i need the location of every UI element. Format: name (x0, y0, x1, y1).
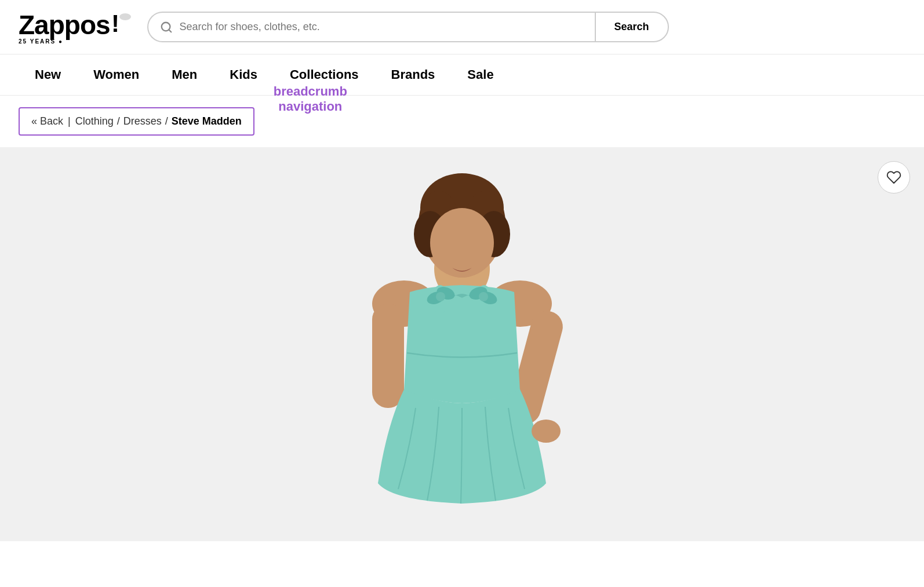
search-button[interactable]: Search (595, 12, 669, 42)
svg-rect-15 (372, 304, 404, 408)
breadcrumb-dresses[interactable]: Dresses (123, 115, 162, 127)
breadcrumb-back-link[interactable]: « Back (31, 115, 63, 127)
svg-line-3 (169, 30, 171, 32)
header: Zappos ! 25 YEARS ● Search (0, 0, 924, 54)
search-icon (160, 21, 173, 34)
breadcrumb: « Back | Clothing / Dresses / Steve Madd… (19, 107, 254, 136)
search-input-wrapper (147, 12, 595, 42)
search-input[interactable] (180, 21, 583, 33)
logo[interactable]: Zappos ! 25 YEARS ● (19, 9, 133, 45)
breadcrumb-clothing[interactable]: Clothing (75, 115, 114, 127)
breadcrumb-annotation: breadcrumbnavigation (274, 84, 347, 115)
product-image (288, 147, 636, 541)
logo-text: Zappos (19, 9, 110, 41)
heart-icon (886, 170, 901, 185)
wishlist-button[interactable] (878, 161, 910, 194)
logo-icon: ! (111, 10, 133, 38)
breadcrumb-slash-1: / (117, 115, 120, 127)
nav-item-brands[interactable]: Brands (375, 54, 452, 95)
search-container: Search (147, 12, 669, 42)
nav-item-women[interactable]: Women (77, 54, 155, 95)
svg-point-25 (532, 420, 561, 443)
breadcrumb-pipe: | (68, 115, 71, 127)
nav-item-sale[interactable]: Sale (451, 54, 510, 95)
breadcrumb-section: « Back | Clothing / Dresses / Steve Madd… (0, 96, 924, 147)
svg-point-12 (430, 208, 494, 278)
breadcrumb-wrapper: « Back | Clothing / Dresses / Steve Madd… (19, 107, 254, 136)
nav-item-kids[interactable]: Kids (213, 54, 274, 95)
product-image-area (0, 147, 924, 541)
nav-item-men[interactable]: Men (155, 54, 213, 95)
nav-bar: New Women Men Kids Collections Brands Sa… (0, 54, 924, 96)
svg-text:!: ! (111, 10, 119, 37)
breadcrumb-slash-2: / (165, 115, 168, 127)
product-illustration (288, 147, 636, 541)
svg-point-24 (479, 292, 488, 301)
breadcrumb-brand[interactable]: Steve Madden (172, 115, 242, 127)
nav-item-new[interactable]: New (19, 54, 77, 95)
svg-point-20 (436, 292, 445, 301)
svg-point-1 (119, 13, 131, 20)
